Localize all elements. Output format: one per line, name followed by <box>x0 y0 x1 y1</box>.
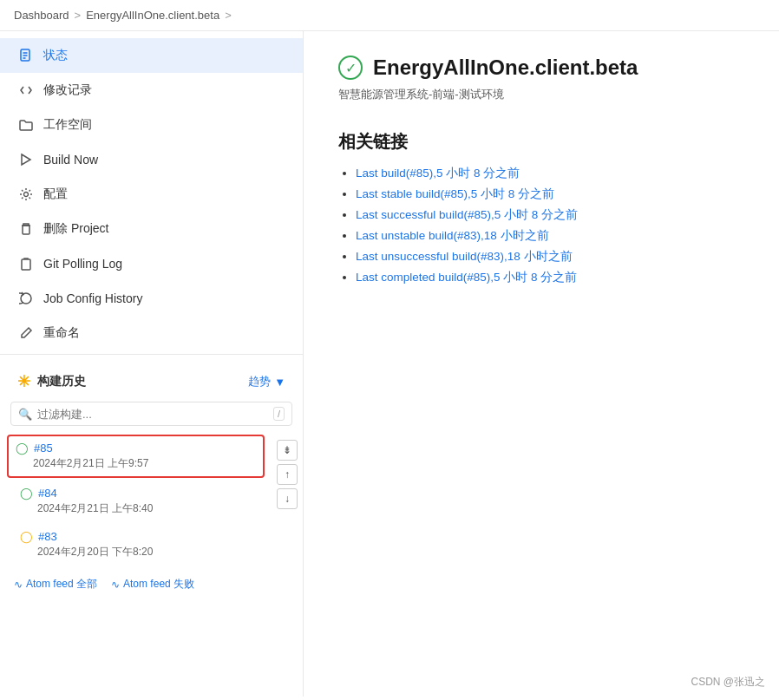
atom-feed-all-label: Atom feed 全部 <box>26 577 97 592</box>
history-icon <box>17 290 35 307</box>
list-item: Last unstable build(#83),18 小时之前 <box>356 228 744 244</box>
sidebar-label-rename: 重命名 <box>43 325 80 341</box>
link-last-completed[interactable]: Last completed build(#85),5 小时 8 分之前 <box>356 271 577 284</box>
nav-arrows: ⇟ ↑ ↓ <box>272 433 303 516</box>
search-box: 🔍 / <box>10 402 292 426</box>
build-history-title: ✳ 构建历史 <box>17 372 86 391</box>
nav-top-button[interactable]: ⇟ <box>277 440 298 461</box>
pencil-icon <box>17 324 35 342</box>
related-links-heading: 相关链接 <box>338 130 744 154</box>
page-title: ✓ EnergyAllInOne.client.beta <box>338 56 744 80</box>
sidebar-label-build-now: Build Now <box>43 153 98 167</box>
project-title: EnergyAllInOne.client.beta <box>373 56 638 80</box>
link-last-build[interactable]: Last build(#85),5 小时 8 分之前 <box>356 167 520 180</box>
build-item-85[interactable]: ◯ #85 2024年2月21日 上午9:57 <box>7 435 265 478</box>
atom-feed-all-link[interactable]: ∿ Atom feed 全部 <box>14 577 97 592</box>
build-history-header: ✳ 构建历史 趋势 ▼ <box>0 362 303 398</box>
link-last-successful[interactable]: Last successful build(#85),5 小时 8 分之前 <box>356 208 578 221</box>
sidebar-item-git-polling[interactable]: Git Polling Log <box>0 246 303 281</box>
sidebar-label-config: 配置 <box>43 186 68 202</box>
rss-icon-fail: ∿ <box>111 579 120 591</box>
list-item: Last successful build(#85),5 小时 8 分之前 <box>356 207 744 223</box>
chevron-down-icon: ▼ <box>274 376 285 389</box>
nav-down-button[interactable]: ↓ <box>277 488 298 509</box>
related-links: 相关链接 Last build(#85),5 小时 8 分之前 Last sta… <box>338 130 744 285</box>
atom-feed-fail-link[interactable]: ∿ Atom feed 失败 <box>111 577 194 592</box>
svg-point-5 <box>24 193 29 197</box>
build-83-number: #83 <box>38 530 57 543</box>
folder-icon <box>17 116 35 134</box>
build-83-status-icon: ◯ <box>20 530 33 543</box>
list-item: Last build(#85),5 小时 8 分之前 <box>356 166 744 181</box>
atom-feed: ∿ Atom feed 全部 ∿ Atom feed 失败 <box>0 566 303 602</box>
sun-icon: ✳ <box>17 372 30 391</box>
build-85-status-icon: ◯ <box>16 442 29 455</box>
sidebar-item-workspace[interactable]: 工作空间 <box>0 108 303 142</box>
build-item-84[interactable]: ◯ #84 2024年2月21日 上午8:40 <box>0 480 272 523</box>
sidebar-label-workspace: 工作空间 <box>43 117 92 133</box>
list-item: Last completed build(#85),5 小时 8 分之前 <box>356 270 744 285</box>
trend-button[interactable]: 趋势 ▼ <box>248 374 285 389</box>
build-85-date: 2024年2月21日 上午9:57 <box>33 456 256 471</box>
sidebar-label-changes: 修改记录 <box>43 82 92 98</box>
sidebar-label-delete: 删除 Project <box>43 221 108 237</box>
sidebar-label-status: 状态 <box>43 48 68 63</box>
build-item-83-header: ◯ #83 <box>20 530 258 543</box>
build-85-number: #85 <box>34 442 53 455</box>
sidebar-item-delete[interactable]: 删除 Project <box>0 212 303 246</box>
sidebar-label-job-config: Job Config History <box>43 291 142 305</box>
clipboard-icon <box>17 255 35 272</box>
link-last-unsuccessful[interactable]: Last unsuccessful build(#83),18 小时之前 <box>356 250 573 263</box>
build-83-date: 2024年2月20日 下午8:20 <box>37 545 258 559</box>
breadcrumb-dashboard[interactable]: Dashboard <box>14 9 69 22</box>
status-check-icon: ✓ <box>338 56 363 80</box>
play-icon <box>17 151 35 168</box>
list-item: Last stable build(#85),5 小时 8 分之前 <box>356 186 744 202</box>
sidebar-label-git-polling: Git Polling Log <box>43 257 122 271</box>
sidebar-item-job-config[interactable]: Job Config History <box>0 281 303 316</box>
build-84-status-icon: ◯ <box>20 487 33 500</box>
build-item-85-header: ◯ #85 <box>16 442 256 455</box>
search-input[interactable] <box>37 408 268 421</box>
build-item-84-header: ◯ #84 <box>20 487 258 500</box>
sidebar-item-config[interactable]: 配置 <box>0 177 303 212</box>
project-subtitle: 智慧能源管理系统-前端-测试环境 <box>338 87 744 102</box>
sidebar-item-rename[interactable]: 重命名 <box>0 316 303 350</box>
breadcrumb: Dashboard > EnergyAllInOne.client.beta > <box>0 0 779 31</box>
search-icon: 🔍 <box>18 408 32 421</box>
build-list-row: ◯ #85 2024年2月21日 上午9:57 ◯ #84 2024年2月21日… <box>0 433 303 566</box>
code-icon <box>17 82 35 99</box>
atom-feed-fail-label: Atom feed 失败 <box>123 577 194 592</box>
build-84-number: #84 <box>38 487 57 500</box>
trend-label: 趋势 <box>248 374 271 389</box>
rss-icon-all: ∿ <box>14 579 23 591</box>
main-layout: 状态 修改记录 工作空间 <box>0 31 779 697</box>
trash-icon <box>17 220 35 238</box>
related-links-list: Last build(#85),5 小时 8 分之前 Last stable b… <box>338 166 744 285</box>
nav-up-button[interactable]: ↑ <box>277 464 298 485</box>
svg-rect-7 <box>22 259 30 270</box>
sidebar-item-build-now[interactable]: Build Now <box>0 142 303 177</box>
breadcrumb-sep-1: > <box>75 9 82 22</box>
sidebar-item-status[interactable]: 状态 <box>0 38 303 73</box>
link-last-unstable[interactable]: Last unstable build(#83),18 小时之前 <box>356 229 549 242</box>
build-history-label: 构建历史 <box>37 374 86 389</box>
sidebar-item-changes[interactable]: 修改记录 <box>0 73 303 108</box>
svg-marker-4 <box>22 154 30 165</box>
build-list-content: ◯ #85 2024年2月21日 上午9:57 ◯ #84 2024年2月21日… <box>0 433 272 566</box>
watermark: CSDN @张迅之 <box>691 675 765 690</box>
gear-icon <box>17 186 35 203</box>
svg-rect-6 <box>23 226 29 234</box>
link-last-stable[interactable]: Last stable build(#85),5 小时 8 分之前 <box>356 187 554 200</box>
list-item: Last unsuccessful build(#83),18 小时之前 <box>356 249 744 265</box>
sidebar-divider <box>0 354 303 355</box>
breadcrumb-sep-2: > <box>225 9 232 22</box>
doc-icon <box>17 47 35 64</box>
sidebar: 状态 修改记录 工作空间 <box>0 31 304 697</box>
breadcrumb-project[interactable]: EnergyAllInOne.client.beta <box>86 9 219 22</box>
main-content: ✓ EnergyAllInOne.client.beta 智慧能源管理系统-前端… <box>304 31 779 697</box>
build-84-date: 2024年2月21日 上午8:40 <box>37 501 258 516</box>
search-slash-hint: / <box>273 407 285 421</box>
build-item-83[interactable]: ◯ #83 2024年2月20日 下午8:20 <box>0 523 272 566</box>
